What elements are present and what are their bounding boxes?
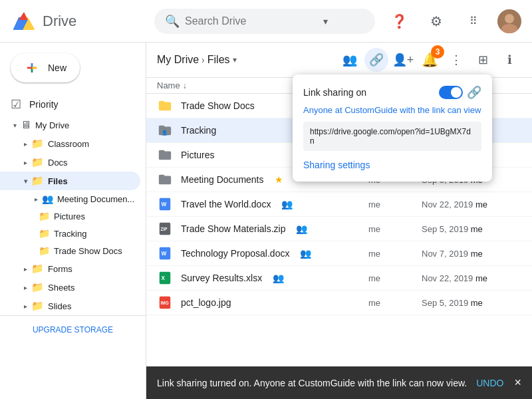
shared-folder-icon3 (157, 172, 173, 188)
link-sharing-toggle[interactable] (439, 86, 463, 99)
table-row[interactable]: IMG pct_logo.jpg me Sep 5, 2019 me (146, 291, 532, 315)
upgrade-storage-link[interactable]: UPGRADE STORAGE (0, 321, 146, 338)
chevron-right-icon8: ▸ (24, 284, 27, 291)
chevron-right-icon7: ▸ (24, 265, 27, 273)
sidebar-item-docs-label: Docs (48, 158, 68, 168)
shared-folder-icon: 👤 (157, 122, 173, 138)
breadcrumb-separator: › (201, 55, 205, 65)
file-name-tech-proposal: Technology Proposal.docx (181, 248, 289, 259)
svg-text:IMG: IMG (161, 301, 169, 305)
svg-text:X: X (162, 275, 166, 281)
classroom-folder-icon: 📁 (31, 138, 44, 150)
popup-link-box[interactable]: https://drive.google.com/open?id=1UBgMX7… (303, 122, 481, 151)
table-row[interactable]: W Travel the World.docx 👥 me Nov 22, 201… (146, 192, 532, 217)
more-icon: ⋮ (450, 53, 462, 67)
notifications-wrap: 🔔 3 (418, 48, 442, 72)
grid-view-button[interactable]: ⊞ (471, 48, 495, 72)
file-name-meeting-docs: Meeting Documents (181, 174, 264, 185)
plus-icon (24, 60, 40, 76)
svg-point-11 (505, 14, 514, 23)
star-icon: ★ (275, 174, 283, 185)
search-input-wrap[interactable]: 🔍 ▾ (154, 9, 375, 34)
sidebar-item-classroom[interactable]: ▸ 📁 Classroom (0, 134, 140, 153)
pictures-folder-icon: 📁 (39, 211, 50, 221)
sidebar-item-sheets[interactable]: ▸ 📁 Sheets (0, 278, 140, 297)
new-button[interactable]: New (11, 53, 80, 82)
svg-text:W: W (162, 251, 167, 257)
sheets-folder-icon: 📁 (31, 281, 44, 293)
avatar[interactable] (497, 9, 521, 33)
info-button[interactable]: ℹ (497, 48, 521, 72)
people-icon: 👥 (342, 53, 357, 67)
svg-text:ZIP: ZIP (161, 227, 168, 231)
svg-marker-9 (19, 12, 28, 20)
sidebar-item-my-drive-label: My Drive (35, 120, 69, 130)
col-name-label: Name (157, 80, 180, 90)
chevron-right-icon2: ▸ (24, 159, 27, 166)
header-icons: ❓ ⚙ ⠿ (386, 8, 521, 35)
trade-show-folder-icon: 📁 (39, 245, 50, 256)
file-name-cell: ZIP Trade Show Materials.zip 👥 (157, 221, 368, 237)
new-button-label: New (48, 63, 66, 73)
file-owner-tech: me (368, 249, 422, 259)
help-button[interactable]: ❓ (386, 8, 412, 35)
table-row[interactable]: ZIP Trade Show Materials.zip 👥 me Sep 5,… (146, 217, 532, 241)
sidebar-item-files-label: Files (48, 176, 68, 186)
popup-title: Link sharing on (303, 87, 366, 98)
share-people-button[interactable]: 👥 (338, 48, 362, 72)
sidebar-item-tracking-label: Tracking (54, 229, 86, 239)
breadcrumb-my-drive[interactable]: My Drive (157, 54, 199, 66)
doc-icon2: W (157, 245, 173, 261)
sidebar-item-trade-show-docs[interactable]: 📁 Trade Show Docs (0, 242, 140, 259)
file-modified-travel: Nov 22, 2019 me (422, 200, 521, 209)
sharing-settings-link[interactable]: Sharing settings (303, 160, 370, 170)
breadcrumb-dropdown-icon[interactable]: ▾ (233, 55, 237, 65)
search-input[interactable] (185, 15, 318, 27)
chevron-down-icon: ▾ (13, 122, 17, 129)
file-owner-travel: me (368, 200, 422, 209)
snackbar-undo-button[interactable]: UNDO (476, 378, 503, 388)
notification-badge: 3 (431, 45, 444, 59)
snackbar-close-button[interactable]: × (514, 376, 521, 390)
info-icon: ℹ (507, 53, 512, 67)
search-chevron-icon[interactable]: ▾ (323, 16, 328, 27)
file-name-cell: W Travel the World.docx 👥 (157, 196, 368, 212)
sidebar-item-files[interactable]: ▾ 📁 Files (0, 172, 140, 190)
sidebar-item-slides[interactable]: ▸ 📁 Slides (0, 297, 140, 315)
logo-area: Drive (11, 8, 144, 35)
file-name-trade-show-docs: Trade Show Docs (181, 100, 255, 111)
breadcrumb-files[interactable]: Files (207, 54, 230, 66)
content-toolbar: My Drive › Files ▾ 👥 🔗 👤+ 🔔 (146, 43, 532, 78)
sidebar-item-tracking[interactable]: 📁 Tracking (0, 225, 140, 242)
file-name-logo: pct_logo.jpg (181, 297, 231, 308)
table-row[interactable]: X Survey Results.xlsx 👥 me Nov 22, 2019 … (146, 266, 532, 291)
sidebar-item-my-drive[interactable]: ▾ 🖥 My Drive (0, 116, 140, 134)
content-area: My Drive › Files ▾ 👥 🔗 👤+ 🔔 (146, 43, 532, 399)
sidebar-item-priority[interactable]: ☑ Priority (0, 93, 140, 116)
add-people-button[interactable]: 👤+ (391, 48, 415, 72)
link-icon: 🔗 (369, 53, 384, 67)
sidebar-item-meeting-documents[interactable]: ▸ 👥 Meeting Documen... (0, 190, 140, 207)
get-link-button[interactable]: 🔗 (364, 48, 388, 72)
apps-button[interactable]: ⠿ (460, 8, 487, 35)
table-row[interactable]: W Technology Proposal.docx 👥 me Nov 7, 2… (146, 241, 532, 266)
grid-icon: ⊞ (478, 53, 488, 67)
file-modified-zip: Sep 5, 2019 me (422, 224, 521, 234)
sidebar-item-classroom-label: Classroom (48, 139, 89, 149)
tracking-folder-icon: 📁 (39, 228, 50, 239)
file-name-cell: W Technology Proposal.docx 👥 (157, 245, 368, 261)
sidebar-item-forms[interactable]: ▸ 📁 Forms (0, 259, 140, 278)
zip-icon: ZIP (157, 221, 173, 237)
snackbar: Link sharing turned on. Anyone at Custom… (146, 366, 532, 399)
sidebar-item-docs[interactable]: ▸ 📁 Docs (0, 153, 140, 172)
meeting-docs-folder-icon: 👥 (42, 194, 53, 204)
drive-logo-icon (11, 8, 37, 35)
breadcrumb: My Drive › Files ▾ (157, 54, 237, 66)
more-options-button[interactable]: ⋮ (444, 48, 468, 72)
sidebar-item-trade-show-docs-label: Trade Show Docs (54, 246, 122, 256)
img-icon: IMG (157, 295, 173, 311)
popup-subtitle-action: can view (448, 105, 481, 115)
sidebar-item-pictures[interactable]: 📁 Pictures (0, 207, 140, 225)
popup-subtitle: Anyone at CustomGuide with the link can … (303, 105, 481, 115)
settings-button[interactable]: ⚙ (423, 8, 450, 35)
